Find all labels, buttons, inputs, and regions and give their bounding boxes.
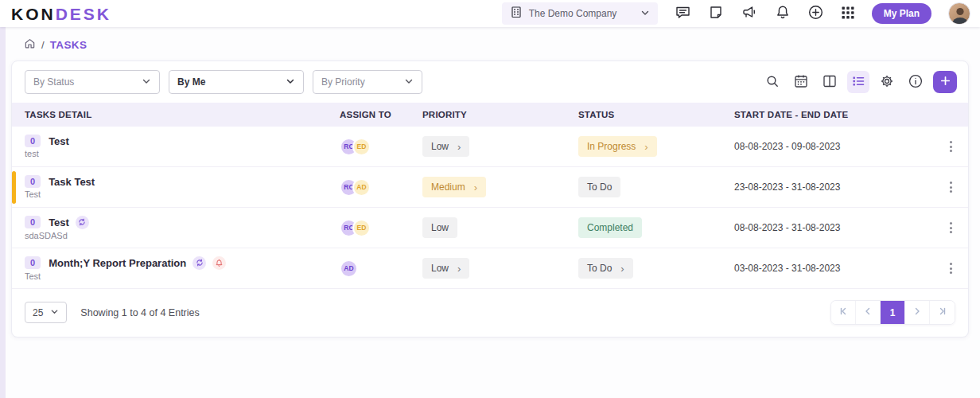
chevron-left-icon (863, 306, 873, 318)
task-dates: 08-08-2023 - 09-08-2023 (734, 141, 933, 152)
status-pill[interactable]: To Do (578, 177, 620, 197)
header-actions: The Demo Company My Plan (502, 2, 970, 25)
calendar-view-button[interactable] (790, 71, 812, 93)
search-button[interactable] (761, 71, 784, 93)
my-plan-button[interactable]: My Plan (872, 3, 931, 24)
subtask-count-badge: 0 (25, 135, 41, 147)
row-actions-button[interactable] (943, 219, 959, 236)
last-page-button[interactable] (930, 301, 955, 324)
priority-pill[interactable]: Low› (422, 136, 469, 157)
note-icon (708, 5, 724, 23)
recurring-task-icon (192, 256, 206, 270)
notes-button[interactable] (708, 5, 724, 23)
filter-by-me[interactable]: By Me (169, 70, 304, 94)
chevron-first-icon (838, 306, 848, 318)
task-title[interactable]: Month;Y Report Preparation (49, 257, 186, 269)
first-page-button[interactable] (831, 301, 856, 324)
chevron-down-icon (404, 76, 414, 88)
status-pill[interactable]: Completed (578, 217, 642, 238)
task-subtitle: Test (25, 271, 340, 281)
column-header-assign-to: ASSIGN TO (340, 110, 422, 119)
search-icon (764, 73, 780, 92)
building-icon (510, 6, 523, 21)
breadcrumb: / TASKS (0, 27, 980, 60)
task-dates: 03-08-2023 - 31-08-2023 (734, 263, 933, 274)
list-view-button[interactable] (847, 71, 869, 93)
app-header: KONDESK The Demo Company My Plan (0, 0, 980, 27)
app-logo[interactable]: KONDESK (11, 6, 111, 22)
add-task-button[interactable] (933, 71, 957, 93)
task-dates: 23-08-2023 - 31-08-2023 (734, 181, 933, 193)
chevron-right-icon: › (620, 263, 624, 274)
chevron-down-icon (640, 6, 650, 21)
pagination: 1 (830, 300, 955, 325)
breadcrumb-current[interactable]: TASKS (50, 39, 88, 51)
collapsed-sidebar[interactable] (0, 27, 6, 398)
table-row[interactable]: 0 Test test RC ED Low› In Progress› 08-0… (12, 127, 968, 167)
user-avatar[interactable] (948, 2, 970, 25)
row-accent-bar (12, 171, 16, 204)
assignee-avatar[interactable]: AD (352, 178, 371, 197)
next-page-button[interactable] (905, 301, 930, 324)
company-selector[interactable]: The Demo Company (502, 2, 658, 25)
page-size-select[interactable]: 25 (25, 302, 67, 323)
subtask-count-badge: 0 (25, 216, 41, 228)
chevron-right-icon: › (457, 263, 461, 274)
settings-button[interactable] (876, 71, 898, 93)
filter-label: By Me (177, 76, 205, 88)
logo-text-dark: KON (11, 5, 56, 23)
assignee-avatar[interactable]: AD (340, 259, 358, 278)
chevron-last-icon (938, 306, 947, 318)
priority-pill[interactable]: Low› (422, 258, 469, 279)
prev-page-button[interactable] (856, 301, 881, 324)
row-actions-button[interactable] (943, 178, 959, 196)
list-view-icon (850, 73, 866, 92)
task-title[interactable]: Test (49, 135, 69, 147)
assignee-avatar[interactable]: ED (352, 138, 371, 156)
chevron-down-icon (50, 307, 59, 318)
row-actions-button[interactable] (943, 259, 959, 277)
table-row[interactable]: 0 Task Test Test RC AD Medium› To Do 23-… (12, 167, 968, 208)
assignee-avatar[interactable]: ED (352, 219, 371, 237)
task-subtitle: sdaSDASd (25, 231, 340, 240)
quick-add-button[interactable] (807, 4, 824, 23)
table-row[interactable]: 0 Month;Y Report Preparation Test AD Low… (12, 248, 968, 289)
task-title[interactable]: Test (49, 217, 69, 228)
chevron-right-icon: › (457, 142, 461, 152)
apps-launcher-button[interactable] (841, 6, 855, 22)
announcements-button[interactable] (741, 4, 758, 23)
task-subtitle: Test (25, 189, 340, 199)
priority-pill[interactable]: Low (422, 217, 457, 238)
messages-button[interactable] (675, 4, 691, 23)
tasks-card: By Status By Me By Priority TASKS DETAIL… (11, 60, 969, 338)
chevron-right-icon (912, 306, 922, 318)
company-name: The Demo Company (529, 8, 634, 19)
table-row[interactable]: 0 Test sdaSDASd RC ED Low Completed 08-0… (12, 208, 968, 248)
info-button[interactable] (904, 71, 927, 93)
task-dates: 08-08-2023 - 31-08-2023 (734, 222, 933, 233)
filter-by-priority[interactable]: By Priority (313, 70, 422, 94)
table-footer: 25 Showing 1 to 4 of 4 Entries 1 (12, 289, 968, 337)
chevron-down-icon (142, 76, 151, 88)
row-actions-button[interactable] (943, 138, 959, 155)
task-title[interactable]: Task Test (49, 176, 95, 188)
column-header-status: STATUS (578, 110, 734, 119)
column-header-tasks-detail: TASKS DETAIL (25, 110, 340, 119)
notifications-button[interactable] (775, 4, 791, 23)
status-pill[interactable]: In Progress› (578, 136, 657, 157)
megaphone-icon (741, 4, 758, 23)
filter-by-status[interactable]: By Status (25, 70, 160, 94)
chat-icon (675, 4, 691, 23)
priority-pill[interactable]: Medium› (422, 177, 486, 197)
status-pill[interactable]: To Do› (578, 258, 633, 279)
chevron-right-icon: › (644, 142, 648, 152)
column-header-priority: PRIORITY (422, 110, 578, 119)
entries-summary: Showing 1 to 4 of 4 Entries (80, 307, 199, 318)
page-number-button[interactable]: 1 (881, 301, 905, 324)
board-view-button[interactable] (819, 71, 841, 93)
home-icon[interactable] (24, 37, 36, 53)
column-header-dates: START DATE - END DATE (734, 110, 933, 119)
plus-icon (939, 75, 951, 89)
logo-text-purple: DESK (56, 5, 111, 23)
subtask-count-badge: 0 (25, 175, 41, 188)
